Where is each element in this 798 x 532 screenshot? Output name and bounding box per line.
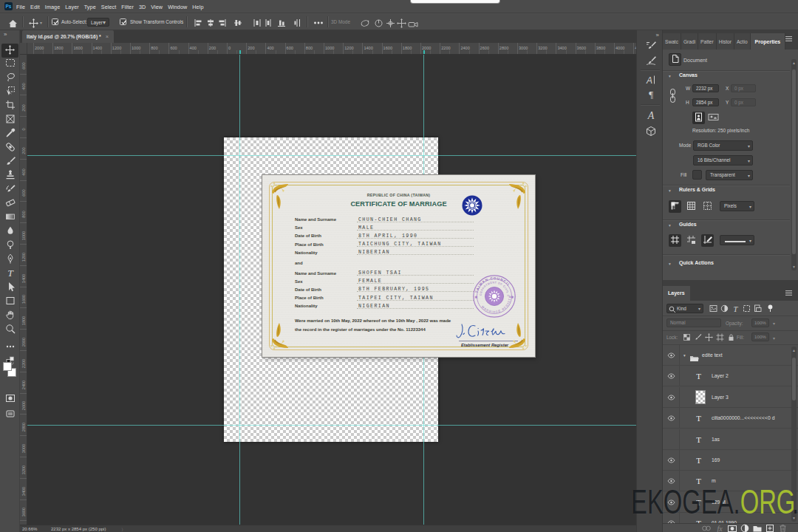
distribute-bottom-icon[interactable] (277, 17, 286, 30)
3d-panel-icon[interactable] (644, 125, 658, 138)
toggle-rulers-button[interactable] (669, 200, 681, 213)
filter-image-icon[interactable] (708, 303, 718, 313)
menu-item[interactable]: Select (101, 4, 117, 10)
type-layer-icon[interactable]: T (692, 410, 705, 426)
fill-dropdown[interactable]: Transparent▾ (706, 170, 753, 180)
lock-artboard-icon[interactable] (715, 332, 725, 342)
panel-tab[interactable]: Patter (698, 33, 717, 50)
canvas-width-field[interactable]: 2232 px (692, 84, 719, 92)
marquee-tool[interactable] (1, 58, 18, 72)
zoom-level[interactable]: 20.66% (22, 527, 37, 531)
guide-style-dropdown[interactable]: ▾ (720, 235, 754, 245)
panel-tab[interactable]: Gradi (681, 33, 698, 50)
panel-tab[interactable]: Swatc (663, 33, 681, 50)
glyphs-panel-icon[interactable]: A (644, 109, 658, 122)
guide-vertical-1[interactable] (239, 55, 240, 525)
layers-menu-icon[interactable] (785, 293, 792, 293)
healing-tool[interactable] (1, 141, 18, 155)
3d-orbit-icon[interactable] (360, 18, 370, 31)
panel-tab[interactable]: Histor (717, 33, 734, 50)
scroll-down-icon[interactable]: ▼ (792, 265, 796, 269)
close-tab-icon[interactable]: × (106, 33, 109, 40)
distribute-center-icon[interactable] (264, 17, 273, 30)
tool-preset-chevron[interactable]: ▾ (40, 20, 42, 25)
screen-mode-icon[interactable] (1, 406, 18, 420)
edit-guides-button[interactable] (701, 234, 714, 247)
brush-settings-panel-icon[interactable] (644, 39, 658, 52)
toggle-grid-button[interactable] (685, 200, 698, 213)
rectangle-tool[interactable] (1, 295, 18, 309)
hand-tool[interactable] (1, 309, 18, 323)
menu-item[interactable]: View (151, 4, 163, 10)
character-panel-icon[interactable]: A (644, 73, 658, 86)
type-tool[interactable]: T (1, 267, 18, 281)
eye-icon[interactable] (663, 387, 680, 408)
menu-item[interactable]: Filter (121, 4, 134, 10)
home-icon[interactable] (8, 18, 18, 31)
lock-position-icon[interactable] (704, 332, 714, 342)
layer-row-cilta0000000-0-d[interactable]: Tcilta0000000...<<<<<<<<0 d (663, 408, 798, 429)
move-tool-icon[interactable] (29, 18, 38, 31)
distribute-left-icon[interactable] (253, 17, 262, 30)
certificate-image[interactable]: REPUBLIC OF CHINA (TAIWAN) CERTIFICATE O… (262, 175, 535, 357)
object-selection-tool[interactable] (1, 86, 18, 100)
guide-horizontal-2[interactable] (27, 425, 636, 426)
lock-transparency-icon[interactable] (682, 332, 692, 342)
align-middle-icon[interactable] (233, 17, 242, 30)
layers-fill-field[interactable]: 100% (751, 332, 769, 341)
fill-chevron[interactable]: ▾ (773, 335, 775, 341)
add-mask-icon[interactable] (727, 524, 737, 532)
auto-select-target-dropdown[interactable]: Layer▾ (87, 18, 109, 27)
dodge-tool[interactable] (1, 239, 18, 253)
filter-toggle-icon[interactable] (765, 303, 775, 313)
align-center-icon[interactable] (206, 17, 215, 30)
history-brush-tool[interactable] (1, 183, 18, 197)
color-swatches[interactable] (0, 362, 20, 383)
toggle-guides-button[interactable] (669, 234, 681, 247)
gradient-tool[interactable] (1, 211, 18, 225)
eye-icon[interactable] (663, 366, 680, 386)
clone-stamp-tool[interactable] (1, 169, 18, 183)
layer-row-169[interactable]: T169 (663, 450, 798, 471)
opacity-field[interactable]: 100% (751, 318, 769, 327)
toggle-pixel-grid-button[interactable] (701, 200, 714, 213)
show-transform-checkbox[interactable] (120, 18, 126, 25)
guides-chevron[interactable]: ▾ (669, 223, 671, 228)
document-tab[interactable]: Italy id.psd @ 20.7% (RGB/16) * × (22, 30, 114, 43)
eye-hidden-box[interactable] (663, 429, 680, 450)
opacity-chevron[interactable]: ▾ (773, 321, 775, 326)
vertical-ruler[interactable]: 6004002000200400600800100012001400160018… (20, 43, 27, 525)
expand-panels-icon[interactable]: » (656, 32, 658, 38)
link-layers-icon[interactable] (701, 524, 712, 532)
guide-horizontal-1[interactable] (27, 155, 636, 156)
layer-row-layer-2[interactable]: TLayer 2 (663, 366, 798, 386)
menu-item[interactable]: Help (192, 4, 203, 10)
link-dimensions-icon[interactable] (669, 88, 677, 106)
canvas-area[interactable]: REPUBLIC OF CHINA (TAIWAN) CERTIFICATE O… (27, 55, 636, 525)
3d-roll-icon[interactable] (374, 18, 383, 31)
lasso-tool[interactable] (1, 72, 18, 86)
filter-type-icon[interactable]: T (730, 303, 740, 313)
type-layer-icon[interactable]: T (692, 452, 705, 468)
new-adjustment-icon[interactable] (740, 524, 750, 532)
foreground-color-swatch[interactable] (3, 362, 12, 371)
filter-smart-object-icon[interactable] (752, 303, 763, 313)
align-left-icon[interactable] (194, 17, 203, 30)
panel-tab[interactable]: Properties (751, 33, 786, 50)
menu-item[interactable]: Image (45, 4, 60, 10)
blend-mode-dropdown[interactable]: Normal (666, 318, 721, 327)
layers-scrollbar-thumb[interactable] (792, 358, 796, 400)
menu-item[interactable]: Type (84, 4, 96, 10)
lock-guides-button[interactable] (685, 234, 698, 247)
paragraph-panel-icon[interactable]: ¶ (644, 87, 658, 100)
panel-tab[interactable]: Actio (734, 33, 751, 50)
frame-tool[interactable] (1, 114, 18, 128)
eyedropper-tool[interactable] (1, 127, 18, 141)
new-layer-icon[interactable] (765, 524, 775, 532)
filter-kind-dropdown[interactable]: Kind▾ (666, 304, 703, 313)
filter-shape-icon[interactable] (741, 303, 751, 313)
new-group-icon[interactable] (752, 524, 763, 532)
layer-row-edite-text[interactable]: ▾edite text (663, 345, 798, 366)
layer-row-layer-3[interactable]: Layer 3 (663, 387, 798, 408)
blur-tool[interactable] (1, 225, 18, 239)
